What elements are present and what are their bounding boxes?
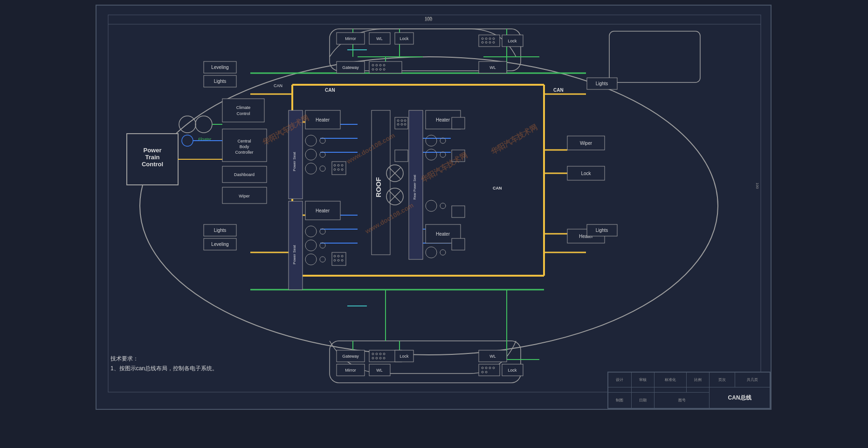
svg-text:Heater: Heater bbox=[436, 231, 450, 237]
svg-text:ROOF: ROOF bbox=[374, 177, 382, 197]
svg-text:Power Seat: Power Seat bbox=[292, 245, 296, 265]
svg-rect-101 bbox=[332, 252, 346, 265]
svg-point-138 bbox=[426, 247, 437, 258]
svg-point-215 bbox=[182, 135, 193, 146]
svg-point-83 bbox=[320, 166, 325, 171]
svg-text:WL: WL bbox=[489, 354, 496, 359]
svg-point-99 bbox=[305, 254, 317, 265]
diagram-title: CAN总线 bbox=[728, 394, 751, 401]
svg-text:华阳汽车技术网: 华阳汽车技术网 bbox=[419, 150, 469, 184]
title-block: 设计 审核 标准化 比例 页次 共几页 CAN总线 bbox=[607, 372, 771, 409]
svg-rect-84 bbox=[332, 162, 346, 175]
diagram-svg: 100 bbox=[96, 6, 772, 411]
svg-text:WL: WL bbox=[489, 65, 496, 70]
svg-text:WL: WL bbox=[376, 36, 383, 41]
svg-text:Train: Train bbox=[145, 154, 159, 161]
bottom-text: 技术要求： 1、按图示can总线布局，控制各电子系统。 bbox=[110, 354, 218, 374]
svg-rect-132 bbox=[452, 117, 465, 129]
svg-text:Climate: Climate bbox=[236, 105, 251, 110]
svg-text:华阳汽车技术网: 华阳汽车技术网 bbox=[489, 122, 539, 156]
svg-text:Lights: Lights bbox=[214, 79, 227, 84]
svg-text:Power Seat: Power Seat bbox=[292, 152, 296, 171]
svg-point-80 bbox=[305, 149, 317, 160]
diagram-container: 100 bbox=[96, 5, 772, 410]
svg-text:Lights: Lights bbox=[596, 228, 608, 233]
svg-text:Power: Power bbox=[143, 147, 161, 154]
svg-rect-172 bbox=[479, 35, 500, 47]
svg-text:Lights: Lights bbox=[214, 228, 227, 233]
svg-point-137 bbox=[440, 203, 446, 209]
svg-point-82 bbox=[305, 163, 317, 174]
svg-point-130 bbox=[426, 149, 437, 160]
svg-text:Heater: Heater bbox=[316, 208, 330, 213]
svg-point-78 bbox=[305, 135, 317, 146]
svg-text:Rear Power Seat: Rear Power Seat bbox=[413, 175, 416, 199]
svg-text:Lock: Lock bbox=[400, 354, 409, 359]
svg-text:Wiper: Wiper bbox=[239, 194, 250, 198]
svg-text:Lock: Lock bbox=[581, 171, 591, 176]
svg-text:CAN: CAN bbox=[553, 88, 564, 93]
svg-text:Mirror: Mirror bbox=[345, 368, 356, 373]
svg-text:100: 100 bbox=[425, 16, 432, 20]
svg-text:Lights: Lights bbox=[596, 81, 608, 86]
svg-text:Wiper: Wiper bbox=[580, 141, 592, 146]
svg-rect-123 bbox=[395, 150, 408, 162]
svg-text:Mirror: Mirror bbox=[345, 36, 356, 41]
svg-text:WL: WL bbox=[376, 368, 383, 373]
main-container: 100 bbox=[0, 0, 868, 448]
svg-text:Lock: Lock bbox=[508, 368, 517, 373]
svg-point-100 bbox=[320, 257, 325, 262]
svg-text:Heater: Heater bbox=[316, 117, 330, 122]
svg-text:Lock: Lock bbox=[400, 36, 409, 41]
svg-rect-6 bbox=[609, 31, 700, 82]
svg-point-95 bbox=[305, 226, 317, 237]
svg-text:CAN: CAN bbox=[493, 186, 502, 190]
svg-text:CAN: CAN bbox=[274, 83, 282, 88]
svg-text:Control: Control bbox=[142, 161, 163, 168]
svg-rect-204 bbox=[479, 364, 500, 376]
svg-point-136 bbox=[426, 200, 437, 211]
svg-point-214 bbox=[195, 116, 212, 133]
svg-rect-163 bbox=[369, 61, 402, 73]
svg-point-97 bbox=[305, 240, 317, 251]
svg-text:Central: Central bbox=[237, 139, 251, 143]
tech-req-title: 技术要求： bbox=[110, 354, 218, 364]
svg-text:Leveling: Leveling bbox=[211, 65, 228, 70]
svg-point-139 bbox=[440, 250, 446, 255]
svg-text:CAN: CAN bbox=[325, 88, 335, 93]
svg-point-128 bbox=[426, 135, 437, 146]
svg-text:Gateway: Gateway bbox=[342, 65, 359, 70]
svg-text:Leveling: Leveling bbox=[211, 242, 228, 247]
svg-rect-116 bbox=[395, 117, 408, 129]
svg-text:Gateway: Gateway bbox=[342, 354, 359, 359]
tech-req-content: 1、按图示can总线布局，控制各电子系统。 bbox=[110, 364, 218, 374]
svg-rect-59 bbox=[222, 99, 264, 122]
svg-rect-141 bbox=[452, 238, 465, 250]
svg-text:Lock: Lock bbox=[508, 39, 517, 43]
svg-text:Heater: Heater bbox=[436, 117, 450, 122]
svg-text:Control: Control bbox=[236, 111, 250, 116]
svg-rect-140 bbox=[452, 206, 465, 217]
svg-text:Controller: Controller bbox=[235, 150, 253, 155]
svg-text:100: 100 bbox=[755, 183, 759, 189]
svg-text:Dashboard: Dashboard bbox=[234, 172, 255, 177]
svg-text:Body: Body bbox=[240, 144, 249, 149]
